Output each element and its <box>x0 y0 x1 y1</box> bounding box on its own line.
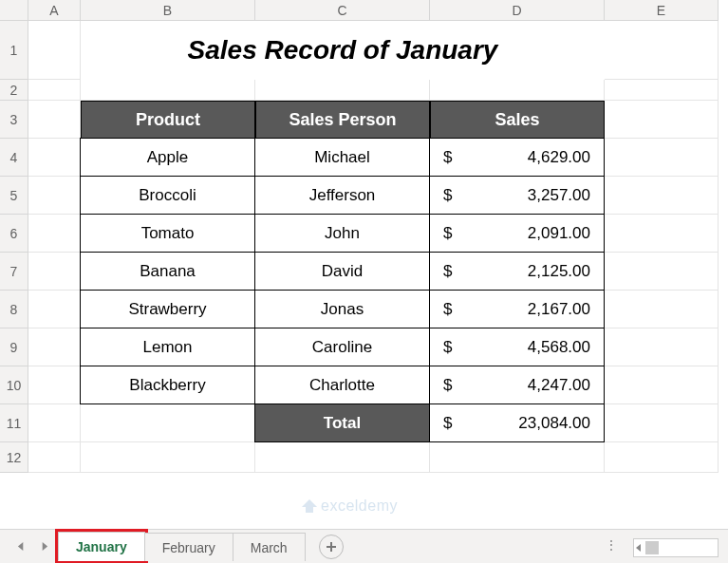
col-header-D[interactable]: D <box>430 0 605 21</box>
table-cell-sales[interactable]: $2,091.00 <box>429 214 605 253</box>
currency-symbol: $ <box>443 224 454 243</box>
table-header-person[interactable]: Sales Person <box>255 101 430 139</box>
table-cell-product[interactable]: Lemon <box>80 328 255 366</box>
row-header-2[interactable]: 2 <box>0 80 28 101</box>
cell-B2[interactable] <box>81 80 255 101</box>
cell-A2[interactable] <box>28 80 81 101</box>
table-cell-person[interactable]: David <box>254 252 430 291</box>
total-value-cell[interactable]: $23,084.00 <box>429 403 605 442</box>
table-cell-person[interactable]: Charlotte <box>254 366 430 404</box>
scrollbar-thumb[interactable] <box>645 541 659 554</box>
table-cell-product[interactable]: Broccoli <box>80 176 255 215</box>
table-cell-sales[interactable]: $2,167.00 <box>429 290 605 328</box>
row-header-3[interactable]: 3 <box>0 101 28 139</box>
row-header-12[interactable]: 12 <box>0 442 28 473</box>
cell-E6[interactable] <box>605 215 719 253</box>
cell-D2[interactable] <box>430 80 605 101</box>
cell-E10[interactable] <box>605 366 719 404</box>
cell-E2[interactable] <box>605 80 719 101</box>
row-header-9[interactable]: 9 <box>0 328 28 366</box>
row-header-11[interactable]: 11 <box>0 404 28 442</box>
cell-A10[interactable] <box>28 366 81 404</box>
watermark: exceldemy <box>302 497 398 515</box>
cell-E1[interactable] <box>605 21 719 80</box>
cell-E8[interactable] <box>605 291 719 328</box>
cell-D12[interactable] <box>430 442 605 473</box>
prev-sheet-icon[interactable] <box>13 539 28 554</box>
table-cell-person[interactable]: Jonas <box>254 290 430 328</box>
tab-february[interactable]: February <box>144 533 233 561</box>
cell-A12[interactable] <box>28 442 81 473</box>
tab-overflow-icon[interactable]: ⋮ <box>605 537 620 553</box>
row-header-1[interactable]: 1 <box>0 21 28 80</box>
col-header-C[interactable]: C <box>255 0 430 21</box>
add-sheet-button[interactable] <box>319 535 344 559</box>
table-cell-sales[interactable]: $4,629.00 <box>429 138 605 177</box>
total-label-cell[interactable]: Total <box>254 403 430 442</box>
currency-symbol: $ <box>443 186 454 205</box>
table-cell-person[interactable]: John <box>254 214 430 253</box>
cell-C12[interactable] <box>255 442 430 473</box>
cell-A3[interactable] <box>28 101 81 139</box>
svg-marker-3 <box>636 544 641 552</box>
cell-E7[interactable] <box>605 253 719 291</box>
table-cell-product[interactable]: Strawberry <box>80 290 255 328</box>
currency-symbol: $ <box>443 414 454 433</box>
svg-marker-1 <box>17 542 22 551</box>
cell-E4[interactable] <box>605 139 719 177</box>
col-header-A[interactable]: A <box>28 0 81 21</box>
cell-E12[interactable] <box>605 442 719 473</box>
sales-value: 2,125.00 <box>454 262 590 281</box>
cell-A5[interactable] <box>28 177 81 215</box>
spreadsheet-grid: A B C D E 1 Sales Record of January 2 3 … <box>0 0 728 473</box>
cell-E3[interactable] <box>605 101 719 139</box>
table-cell-sales[interactable]: $2,125.00 <box>429 252 605 291</box>
cell-E11[interactable] <box>605 404 719 442</box>
table-header-sales[interactable]: Sales <box>430 101 605 139</box>
cell-C2[interactable] <box>255 80 430 101</box>
table-cell-sales[interactable]: $3,257.00 <box>429 176 605 215</box>
table-cell-product[interactable]: Apple <box>80 138 255 177</box>
next-sheet-icon[interactable] <box>36 539 51 554</box>
cell-A9[interactable] <box>28 328 81 366</box>
table-cell-person[interactable]: Caroline <box>254 328 430 366</box>
cell-B12[interactable] <box>81 442 255 473</box>
row-header-8[interactable]: 8 <box>0 291 28 328</box>
svg-marker-0 <box>302 499 317 513</box>
cell-E5[interactable] <box>605 177 719 215</box>
cell-A8[interactable] <box>28 291 81 328</box>
total-value: 23,084.00 <box>454 414 590 433</box>
cell-A1[interactable] <box>28 21 81 80</box>
table-cell-person[interactable]: Jefferson <box>254 176 430 215</box>
table-cell-product[interactable]: Tomato <box>80 214 255 253</box>
table-cell-sales[interactable]: $4,247.00 <box>429 366 605 404</box>
tab-january[interactable]: January <box>58 532 145 561</box>
sales-value: 4,568.00 <box>454 338 590 357</box>
table-cell-person[interactable]: Michael <box>254 138 430 177</box>
table-header-product[interactable]: Product <box>81 101 255 139</box>
col-header-B[interactable]: B <box>81 0 255 21</box>
row-header-10[interactable]: 10 <box>0 366 28 404</box>
cell-B11[interactable] <box>81 404 255 442</box>
cell-A6[interactable] <box>28 215 81 253</box>
tab-march[interactable]: March <box>233 533 306 561</box>
table-cell-product[interactable]: Banana <box>80 252 255 291</box>
table-cell-product[interactable]: Blackberry <box>80 366 255 404</box>
cell-A4[interactable] <box>28 139 81 177</box>
sales-value: 2,167.00 <box>454 300 590 319</box>
row-header-6[interactable]: 6 <box>0 215 28 253</box>
cell-A7[interactable] <box>28 253 81 291</box>
sales-value: 4,247.00 <box>454 376 590 395</box>
row-header-7[interactable]: 7 <box>0 253 28 291</box>
horizontal-scrollbar[interactable] <box>633 538 719 557</box>
cell-A11[interactable] <box>28 404 81 442</box>
currency-symbol: $ <box>443 376 454 395</box>
plus-icon <box>326 541 337 553</box>
col-header-E[interactable]: E <box>605 0 719 21</box>
page-title[interactable]: Sales Record of January <box>81 21 605 80</box>
select-all-corner[interactable] <box>0 0 28 21</box>
cell-E9[interactable] <box>605 328 719 366</box>
row-header-5[interactable]: 5 <box>0 177 28 215</box>
table-cell-sales[interactable]: $4,568.00 <box>429 328 605 366</box>
row-header-4[interactable]: 4 <box>0 139 28 177</box>
